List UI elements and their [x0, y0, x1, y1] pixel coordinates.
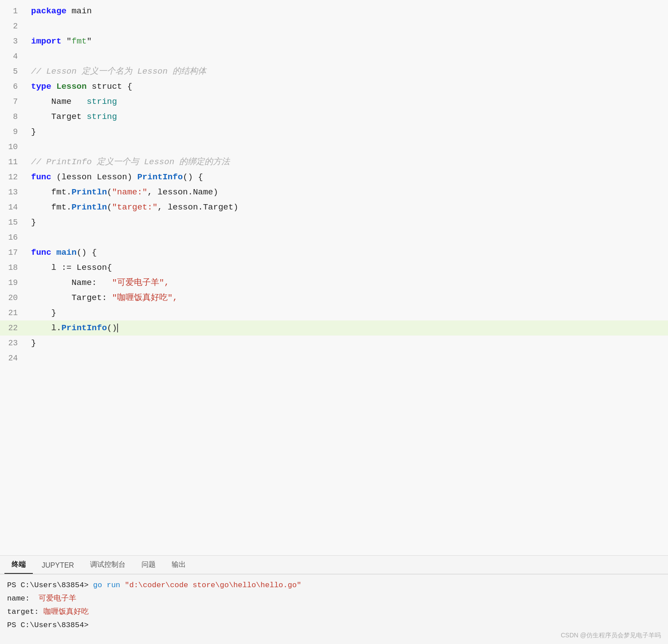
- text-cursor: [117, 324, 118, 332]
- line-number: 16: [0, 230, 27, 245]
- token: func: [31, 172, 56, 182]
- line-content: Target string: [27, 109, 668, 124]
- code-line: 23}: [0, 336, 668, 351]
- line-number: 3: [0, 34, 27, 49]
- line-number: 23: [0, 336, 27, 351]
- terminal-tab[interactable]: 输出: [165, 557, 193, 574]
- token: "name:": [112, 187, 147, 197]
- code-line: 8 Target string: [0, 109, 668, 124]
- line-content: import "fmt": [27, 34, 668, 49]
- editor-area: 1package main23import "fmt"45// Lesson 定…: [0, 0, 668, 555]
- token: }: [31, 308, 56, 318]
- token: (: [107, 187, 112, 197]
- terminal-line: target: 咖喱饭真好吃: [7, 605, 661, 619]
- token: fmt.: [31, 187, 71, 197]
- token: l.: [31, 323, 61, 333]
- token: (): [107, 323, 117, 333]
- token: // PrintInfo 定义一个与 Lesson 的绑定的方法: [31, 157, 230, 167]
- code-line: 11// PrintInfo 定义一个与 Lesson 的绑定的方法: [0, 154, 668, 170]
- terminal-wrapper: 终端JUPYTER调试控制台问题输出 PS C:\Users\83854> go…: [0, 555, 668, 644]
- code-line: 19 Name: "可爱电子羊",: [0, 275, 668, 290]
- token: main: [71, 6, 92, 16]
- token: }: [31, 338, 36, 348]
- token: Target: [31, 112, 86, 122]
- code-line: 20 Target: "咖喱饭真好吃",: [0, 290, 668, 305]
- line-number: 8: [0, 109, 27, 124]
- line-content: // Lesson 定义一个名为 Lesson 的结构体: [27, 64, 668, 79]
- token: fmt.: [31, 202, 71, 212]
- terminal-line: PS C:\Users\83854> go run "d:\coder\code…: [7, 579, 661, 592]
- line-content: fmt.Println("name:", lesson.Name): [27, 185, 668, 200]
- line-content: l := Lesson{: [27, 260, 668, 275]
- token: (lesson Lesson): [56, 172, 137, 182]
- terminal-line: PS C:\Users\83854>: [7, 619, 661, 632]
- line-number: 14: [0, 200, 27, 215]
- line-content: }: [27, 305, 668, 320]
- code-line: 22 l.PrintInfo(): [0, 320, 668, 336]
- token: Name: [31, 97, 86, 107]
- terminal-tabs: 终端JUPYTER调试控制台问题输出: [0, 556, 668, 574]
- line-content: }: [27, 336, 668, 351]
- token: ": [86, 36, 91, 46]
- token: type: [31, 82, 56, 91]
- code-line: 14 fmt.Println("target:", lesson.Target): [0, 200, 668, 215]
- token: "target:": [112, 202, 157, 212]
- line-content: Name: "可爱电子羊",: [27, 275, 668, 290]
- token: "可爱电子羊",: [112, 278, 169, 288]
- line-number: 5: [0, 64, 27, 79]
- token: package: [31, 6, 71, 16]
- token: () {: [183, 172, 203, 182]
- token: Println: [71, 187, 107, 197]
- token: ": [67, 36, 71, 46]
- code-line: 15}: [0, 215, 668, 230]
- code-line: 4: [0, 49, 668, 64]
- terminal-tab[interactable]: JUPYTER: [35, 558, 81, 574]
- line-content: func (lesson Lesson) PrintInfo() {: [27, 170, 668, 185]
- line-number: 20: [0, 290, 27, 305]
- line-number: 17: [0, 245, 27, 260]
- code-line: 17func main() {: [0, 245, 668, 260]
- csdn-watermark: CSDN @仿生程序员会梦见电子羊吗: [561, 632, 661, 640]
- line-content: Target: "咖喱饭真好吃",: [27, 290, 668, 305]
- line-number: 4: [0, 49, 27, 64]
- line-number: 15: [0, 215, 27, 230]
- code-line: 10: [0, 139, 668, 154]
- line-content: }: [27, 215, 668, 230]
- line-content: func main() {: [27, 245, 668, 260]
- terminal-tab[interactable]: 调试控制台: [83, 557, 133, 574]
- line-content: // PrintInfo 定义一个与 Lesson 的绑定的方法: [27, 154, 668, 170]
- terminal-tab[interactable]: 问题: [134, 557, 163, 574]
- line-number: 18: [0, 260, 27, 275]
- code-line: 24: [0, 351, 668, 366]
- terminal-line: name: 可爱电子羊: [7, 592, 661, 605]
- token: Target:: [31, 293, 112, 303]
- token: // Lesson 定义一个名为 Lesson 的结构体: [31, 67, 206, 76]
- token: }: [31, 217, 36, 227]
- token: , lesson.Target): [157, 202, 238, 212]
- code-line: 1package main: [0, 4, 668, 19]
- token: Println: [71, 202, 107, 212]
- line-number: 6: [0, 79, 27, 94]
- token: l := Lesson{: [31, 263, 112, 273]
- line-number: 1: [0, 4, 27, 19]
- line-number: 12: [0, 170, 27, 185]
- code-line: 2: [0, 19, 668, 34]
- token: string: [86, 112, 117, 122]
- line-number: 11: [0, 154, 27, 170]
- line-number: 19: [0, 275, 27, 290]
- token: (: [107, 202, 112, 212]
- code-line: 16: [0, 230, 668, 245]
- code-line: 21 }: [0, 305, 668, 320]
- code-line: 13 fmt.Println("name:", lesson.Name): [0, 185, 668, 200]
- token: "咖喱饭真好吃",: [112, 293, 177, 303]
- token: Name:: [31, 278, 112, 288]
- code-line: 12func (lesson Lesson) PrintInfo() {: [0, 170, 668, 185]
- token: , lesson.Name): [147, 187, 218, 197]
- line-content: Name string: [27, 94, 668, 109]
- terminal-tab[interactable]: 终端: [4, 557, 33, 574]
- line-content: }: [27, 124, 668, 139]
- token: }: [31, 127, 36, 137]
- code-container: 1package main23import "fmt"45// Lesson 定…: [0, 0, 668, 369]
- code-line: 18 l := Lesson{: [0, 260, 668, 275]
- token: Lesson: [56, 82, 92, 91]
